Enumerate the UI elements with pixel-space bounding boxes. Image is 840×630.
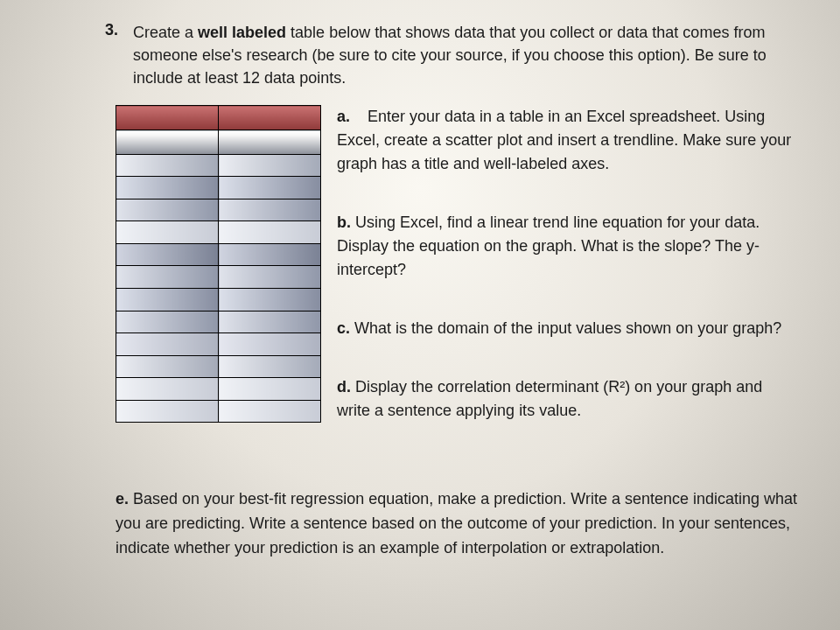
content-row: a. Enter your data in a table in an Exce…	[133, 105, 805, 423]
part-c-text: What is the domain of the input values s…	[350, 319, 781, 337]
empty-data-table	[116, 105, 321, 423]
part-e-label: e.	[116, 490, 129, 508]
question-body: Create a well labeled table below that s…	[133, 21, 805, 561]
part-b: b. Using Excel, find a linear trend line…	[337, 211, 798, 282]
table-row	[116, 154, 321, 177]
part-e: e. Based on your best-fit regression equ…	[116, 487, 805, 561]
table-row	[116, 266, 321, 289]
table-row	[116, 221, 321, 244]
prompt-pre: Create a	[133, 24, 198, 41]
table-row	[116, 355, 321, 378]
table-row	[116, 243, 321, 266]
part-e-text: Based on your best-fit regression equati…	[116, 490, 797, 556]
part-d-text: Display the correlation determinant (R²)…	[337, 378, 762, 419]
table-row	[116, 333, 321, 356]
table-header-row	[116, 106, 321, 130]
part-c-label: c.	[337, 319, 350, 337]
sub-questions-right: a. Enter your data in a table in an Exce…	[337, 105, 805, 423]
part-b-text: Using Excel, find a linear trend line eq…	[337, 214, 760, 278]
part-a: a. Enter your data in a table in an Exce…	[337, 105, 798, 176]
table-row	[116, 199, 321, 221]
part-a-label: a.	[337, 108, 350, 125]
table-subheader-row	[116, 130, 321, 155]
question-prompt: Create a well labeled table below that s…	[133, 21, 805, 89]
table-row	[116, 288, 321, 311]
table-row	[116, 177, 321, 200]
part-d-label: d.	[337, 378, 351, 396]
table-row	[116, 400, 321, 423]
part-c: c. What is the domain of the input value…	[337, 317, 798, 340]
document-page: 3. Create a well labeled table below tha…	[0, 0, 840, 578]
prompt-bold: well labeled	[198, 24, 286, 41]
table-row	[116, 378, 321, 401]
table-row	[116, 311, 321, 333]
part-d: d. Display the correlation determinant (…	[337, 375, 798, 423]
part-b-label: b.	[337, 214, 351, 231]
question-number: 3.	[105, 21, 118, 39]
part-a-text: Enter your data in a table in an Excel s…	[337, 108, 791, 172]
